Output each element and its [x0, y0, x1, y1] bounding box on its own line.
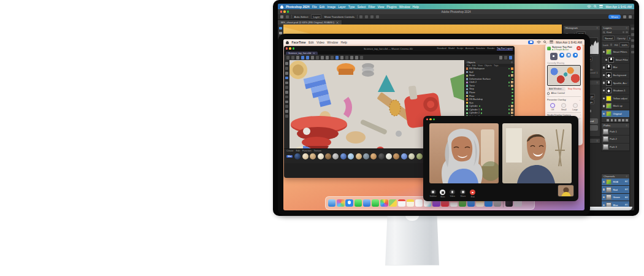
layout-tab[interactable]: Sculpt	[457, 47, 464, 50]
objects-panel-title[interactable]: Objects	[467, 61, 475, 64]
menu-select[interactable]: Select	[358, 5, 366, 9]
menu-filter[interactable]: Filter	[368, 5, 375, 9]
close-tab-icon[interactable]	[336, 21, 339, 24]
add-window-button[interactable]: Add Window…	[547, 87, 565, 91]
lock-icon[interactable]	[610, 44, 612, 45]
menu-plugins[interactable]: Plugins	[386, 5, 396, 9]
fill-value[interactable]: 100%	[619, 42, 629, 47]
layer-row-selected[interactable]: Original	[602, 110, 629, 118]
menu-help[interactable]: Help	[413, 5, 419, 9]
dock-icon-reminders[interactable]	[415, 199, 423, 207]
shared-screen-thumbnail[interactable]	[547, 65, 581, 86]
search-icon[interactable]	[543, 40, 546, 44]
panel-menu-icon[interactable]: ≡	[596, 139, 598, 142]
move-tool-icon[interactable]	[279, 27, 282, 29]
document-tab[interactable]: MG_shoot.psd @ 63% (RS Original, RGB/8#)	[278, 20, 342, 25]
menu-video[interactable]: Video	[316, 40, 324, 44]
layout-tab[interactable]: Simulate	[476, 47, 485, 50]
search-icon[interactable]	[594, 5, 597, 8]
screen-sharing-indicator[interactable]	[528, 40, 534, 44]
home-icon[interactable]	[280, 15, 283, 18]
layer-filter-row[interactable]: Kind	[602, 30, 629, 35]
blend-mode-select[interactable]: Normal	[603, 36, 615, 40]
presenter-overlay-row[interactable]: Presenter Overlay⌄	[547, 98, 581, 101]
panel-dock-strip[interactable]	[631, 25, 634, 210]
dock-icon-photos[interactable]	[380, 199, 388, 207]
dock-icon-launchpad[interactable]	[337, 199, 344, 207]
video-button[interactable]: Video	[448, 190, 456, 197]
layout-tab[interactable]: Render	[487, 47, 494, 50]
panel-menu-icon[interactable]: ≡	[596, 26, 598, 29]
overlay-large-option[interactable]: Large	[572, 103, 578, 111]
layer-row[interactable]: Background	[602, 72, 629, 80]
menu-help[interactable]: Help	[341, 40, 347, 44]
dock-icon-mail[interactable]	[363, 199, 370, 207]
dock-icon-maps[interactable]	[389, 199, 396, 207]
control-center-icon[interactable]	[599, 5, 603, 8]
menu-edit[interactable]: Edit	[320, 5, 325, 9]
mute-button[interactable]: Mute	[440, 190, 445, 198]
layer-row[interactable]: Sparkle, Acc 1	[602, 79, 629, 87]
sidebar-button[interactable]: Sidebar	[429, 190, 437, 197]
layout-tab[interactable]: Standard	[437, 47, 446, 50]
menu-app-name[interactable]: FaceTime	[292, 40, 306, 44]
share-button[interactable]: Share	[459, 190, 467, 197]
menu-view[interactable]: View	[378, 5, 385, 9]
apple-logo-icon[interactable]	[286, 40, 289, 44]
layout-tab[interactable]: Model	[448, 47, 454, 50]
dock-icon-facetime[interactable]	[372, 199, 379, 207]
window-controls[interactable]	[286, 47, 294, 49]
leave-call-button[interactable]	[577, 46, 581, 50]
dock-icon-finder[interactable]	[328, 199, 335, 207]
self-view-pip[interactable]	[558, 185, 574, 197]
overlay-small-option[interactable]: Small	[561, 103, 566, 111]
layer-row[interactable]: Mock up	[602, 102, 629, 110]
audio-button[interactable]	[566, 53, 571, 58]
panel-menu-icon[interactable]: ≡	[626, 26, 627, 29]
search-options-icon[interactable]	[623, 15, 626, 18]
overlay-off-option[interactable]: Off	[550, 103, 555, 111]
layout-tab[interactable]: Animate	[466, 47, 474, 50]
menu-window[interactable]: Window	[327, 40, 338, 44]
menu-layer[interactable]: Layer	[338, 5, 346, 9]
menu-image[interactable]: Image	[327, 5, 335, 9]
apple-logo-icon[interactable]	[280, 5, 283, 9]
auto-select-label[interactable]: Auto-Select:	[294, 15, 309, 18]
mic-button[interactable]	[550, 53, 558, 60]
close-tab-icon[interactable]	[313, 52, 315, 55]
menubar-clock[interactable]: Mon Apr 1 9:41 AM	[605, 5, 632, 9]
channel-row[interactable]: Green⌘4	[602, 194, 629, 202]
layer-row[interactable]: Shadows 1	[602, 87, 629, 95]
cinema4d-toolbar[interactable]	[284, 55, 515, 60]
dock-icon-calendar[interactable]	[398, 199, 405, 207]
end-call-button[interactable]: End	[470, 190, 475, 198]
workspace-icon[interactable]	[629, 15, 632, 18]
panel-menu-icon[interactable]: ≡	[626, 124, 627, 127]
layer-row[interactable]: Blur	[602, 64, 629, 72]
messages-button[interactable]	[559, 53, 564, 58]
auto-select-value[interactable]: Layer	[311, 14, 321, 19]
facetime-button[interactable]	[573, 53, 578, 58]
layer-row[interactable]: Smart Filters	[602, 48, 629, 56]
show-transform-label[interactable]: Show Transform Controls	[324, 15, 355, 18]
menu-edit[interactable]: Edit	[309, 40, 314, 44]
wifi-icon[interactable]	[537, 40, 541, 44]
stop-sharing-button[interactable]: Stop Sharing	[568, 88, 581, 90]
channel-row[interactable]: RGB⌘2	[602, 178, 629, 186]
cinema4d-tool-column[interactable]	[284, 60, 289, 163]
menu-file[interactable]: File	[312, 5, 317, 9]
wifi-icon[interactable]	[587, 5, 591, 8]
layers-footer-icons[interactable]	[602, 118, 629, 122]
align-center-icon[interactable]	[365, 15, 368, 18]
layout-tab-active[interactable]: Toy Fair Layout	[497, 47, 513, 50]
material-label[interactable]: Mat	[286, 155, 293, 158]
document-tab[interactable]: Science_toy_fair.c4d	[286, 52, 318, 55]
layer-filter-kind[interactable]: Kind	[607, 31, 611, 34]
channel-row[interactable]: Red⌘3	[602, 186, 629, 194]
menu-app-name[interactable]: Photoshop 2024	[286, 5, 310, 9]
move-tool-icon[interactable]	[286, 15, 289, 18]
window-controls[interactable]	[426, 118, 435, 120]
menu-window[interactable]: Window	[399, 5, 410, 9]
share-button[interactable]: Share	[608, 15, 621, 19]
path-row[interactable]: Path 1	[602, 128, 629, 136]
